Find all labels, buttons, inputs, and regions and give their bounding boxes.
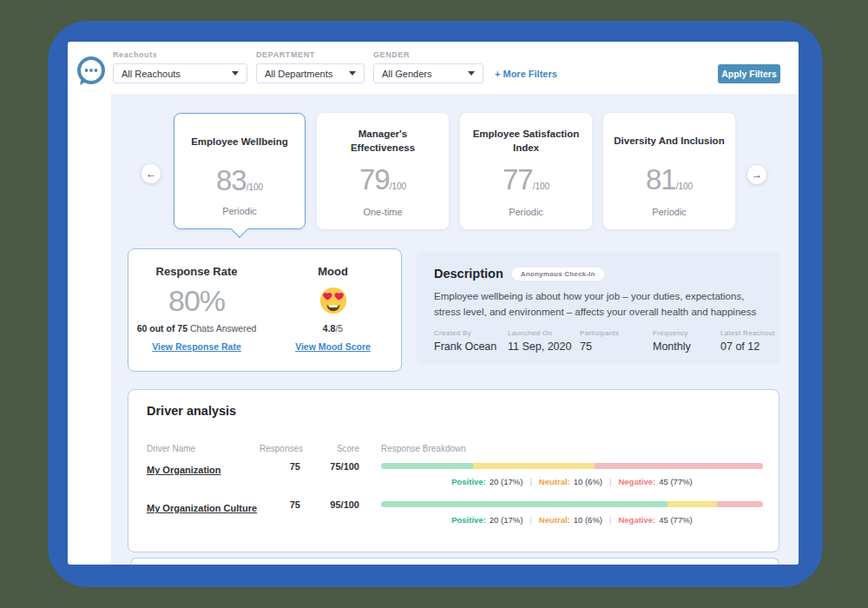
survey-card-title: Employee Wellbeing (191, 128, 288, 155)
summary-card: Response Rate 80% 60 out of 75 Chats Ans… (128, 248, 402, 372)
mood-score: 4.8/5 (323, 323, 343, 334)
positive-bar-segment (381, 501, 667, 507)
survey-card-title: Employee Satisfaction Index (469, 127, 583, 155)
neutral-bar-segment (473, 463, 595, 469)
survey-card-score: 81/100 (646, 163, 693, 196)
carousel-prev-button[interactable]: ← (141, 164, 161, 183)
response-breakdown-bar (381, 501, 763, 507)
department-select[interactable]: All Departments (256, 63, 365, 83)
driver-analysis-title: Driver analysis (147, 404, 236, 418)
more-filters-link[interactable]: + More Filters (495, 69, 557, 79)
col-header-driver-name: Driver Name (147, 444, 260, 453)
survey-card-type: Periodic (222, 206, 257, 216)
driver-row-my-organization-culture: My Organization Culture 75 95/100 Positi… (128, 499, 779, 525)
driver-row-my-organization: My Organization 75 75/100 Positive: 20 (… (128, 461, 779, 486)
chat-logo-icon (73, 53, 109, 89)
description-meta-row: Created By Frank Ocean Launched On 11 Se… (434, 329, 775, 353)
reachouts-select-value: All Reachouts (122, 69, 181, 79)
response-rate-value: 80% (168, 278, 225, 323)
caret-down-icon (349, 71, 356, 76)
survey-card-score: 77/100 (503, 163, 549, 196)
meta-launched-on: Launched On 11 Sep, 2020 (508, 329, 580, 353)
meta-created-by: Created By Frank Ocean (434, 329, 508, 353)
response-rate-detail: 60 out of 75 Chats Answered (137, 323, 257, 334)
survey-card-managers-effectiveness[interactable]: Manager's Effectiveness 79/100 One-time (317, 113, 449, 229)
apply-filters-button[interactable]: Apply Filters (718, 64, 780, 83)
anonymous-checkin-badge: Anonymous Check-In (512, 268, 604, 281)
survey-card-type: One-time (363, 207, 402, 217)
arrow-right-icon: → (752, 169, 762, 181)
meta-latest-reachout: Latest Reachout 07 of 12 (720, 329, 775, 353)
negative-bar-segment (717, 501, 763, 507)
department-select-value: All Departments (265, 69, 332, 79)
description-header: Description Anonymous Check-In (434, 267, 762, 281)
col-header-response-breakdown: Response Breakdown (381, 444, 763, 453)
survey-card-title: Diversity And Inclusion (614, 127, 724, 155)
driver-responses: 75 (260, 499, 300, 510)
survey-card-employee-wellbeing[interactable]: Employee Wellbeing 83/100 Periodic (174, 113, 306, 229)
next-section-card-partial (130, 558, 779, 565)
driver-table-header: Driver Name Responses Score Response Bre… (128, 444, 779, 453)
heart-eyes-emoji-icon (319, 278, 348, 323)
description-panel: Description Anonymous Check-In Employee … (417, 252, 779, 365)
response-rate-section: Response Rate 80% 60 out of 75 Chats Ans… (128, 249, 265, 371)
mood-section: Mood 4.8/5 View Mood Score (265, 249, 401, 371)
driver-score: 95/100 (300, 499, 359, 510)
meta-frequency: Frequency Monthly (653, 329, 720, 353)
app-window: Reachouts DEPARTMENT GENDER All Reachout… (68, 42, 799, 565)
reachouts-select[interactable]: All Reachouts (113, 63, 247, 83)
positive-bar-segment (381, 463, 473, 469)
survey-card-score: 79/100 (359, 163, 406, 196)
survey-card-type: Periodic (652, 207, 687, 217)
driver-name-link[interactable]: My Organization (147, 465, 221, 475)
description-text: Employee wellbeing is about how your job… (434, 288, 762, 321)
neutral-bar-segment (667, 501, 717, 507)
response-breakdown-bar (381, 463, 763, 469)
survey-card-diversity-and-inclusion[interactable]: Diversity And Inclusion 81/100 Periodic (603, 113, 735, 229)
breakdown-legend: Positive: 20 (17%) | Neutral: 10 (6%) | … (381, 515, 763, 525)
caret-down-icon (232, 71, 239, 76)
negative-bar-segment (595, 463, 763, 469)
gender-select-value: All Genders (382, 69, 431, 79)
survey-card-type: Periodic (509, 207, 543, 217)
driver-score: 75/100 (300, 461, 359, 472)
meta-participants: Participants 75 (580, 329, 653, 353)
department-filter-label: DEPARTMENT (256, 50, 315, 59)
col-header-score: Score (300, 444, 359, 453)
driver-name-link[interactable]: My Organization Culture (147, 503, 257, 513)
survey-card-title: Manager's Effectiveness (326, 127, 440, 155)
arrow-left-icon: ← (146, 168, 156, 180)
response-rate-title: Response Rate (156, 265, 238, 278)
reachouts-filter-label: Reachouts (113, 50, 157, 59)
mood-title: Mood (318, 265, 348, 278)
view-mood-score-link[interactable]: View Mood Score (295, 341, 371, 352)
survey-card-score: 83/100 (216, 164, 263, 197)
view-response-rate-link[interactable]: View Response Rate (152, 341, 241, 352)
gender-select[interactable]: All Genders (373, 63, 483, 83)
driver-responses: 75 (260, 461, 300, 472)
gender-filter-label: GENDER (373, 50, 410, 59)
survey-card-employee-satisfaction-index[interactable]: Employee Satisfaction Index 77/100 Perio… (460, 113, 592, 229)
breakdown-legend: Positive: 20 (17%) | Neutral: 10 (6%) | … (381, 477, 763, 486)
col-header-responses: Responses (260, 444, 300, 453)
driver-analysis-card: Driver analysis Driver Name Responses Sc… (128, 389, 779, 552)
description-title: Description (434, 267, 503, 281)
caret-down-icon (468, 71, 475, 76)
carousel-next-button[interactable]: → (747, 165, 766, 184)
